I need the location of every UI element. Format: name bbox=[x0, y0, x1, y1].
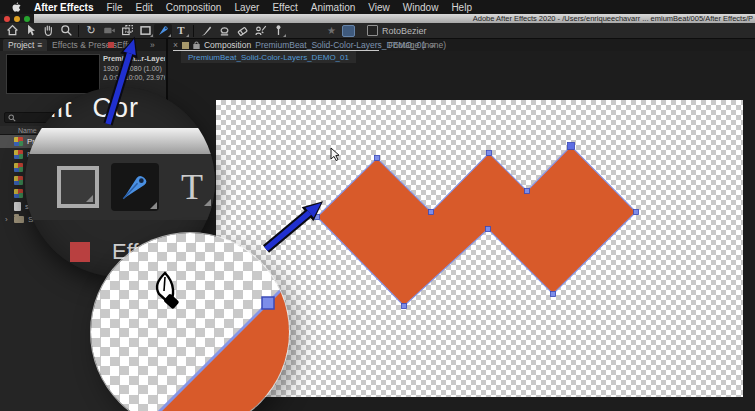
apple-logo-icon[interactable] bbox=[12, 2, 21, 13]
puppet-pin-tool-icon[interactable] bbox=[269, 24, 287, 38]
menu-item-edit[interactable]: Edit bbox=[136, 2, 153, 13]
type-tool-icon[interactable]: T bbox=[171, 166, 213, 208]
composition-icon bbox=[14, 189, 23, 198]
star-icon[interactable]: ★ bbox=[327, 25, 336, 36]
rotobezier-checkbox[interactable] bbox=[367, 25, 378, 36]
toolbar-divider bbox=[193, 25, 194, 37]
close-icon[interactable]: × bbox=[173, 40, 178, 50]
magnified-titlebar-band bbox=[25, 128, 215, 154]
composition-icon bbox=[14, 176, 23, 185]
menu-item-composition[interactable]: Composition bbox=[166, 2, 222, 13]
magnified-vertex-handle[interactable] bbox=[262, 297, 274, 309]
pen-tool-icon[interactable] bbox=[154, 24, 172, 38]
panel-tabs-row: Project ≡ Effects & Presets Effe » × Com… bbox=[0, 39, 755, 51]
pen-cursor bbox=[157, 273, 180, 309]
red-swatch-icon bbox=[108, 42, 114, 48]
menu-item-after-effects[interactable]: After Effects bbox=[34, 2, 93, 13]
eraser-tool-icon[interactable] bbox=[233, 24, 251, 38]
menu-item-help[interactable]: Help bbox=[451, 2, 472, 13]
menu-item-view[interactable]: View bbox=[368, 2, 390, 13]
folder-icon bbox=[14, 216, 24, 223]
lock-icon[interactable] bbox=[193, 41, 200, 49]
clone-stamp-tool-icon[interactable] bbox=[215, 24, 233, 38]
rectangle-tool-icon[interactable] bbox=[57, 166, 99, 208]
item-duration: Δ 0:00:10:00, 23.976 fps bbox=[103, 73, 165, 83]
rotobezier-label: RotoBezier bbox=[382, 26, 427, 36]
active-panel-underline bbox=[173, 50, 379, 51]
composition-frame[interactable] bbox=[216, 100, 743, 397]
expander-icon[interactable]: › bbox=[5, 215, 10, 224]
tab-footage[interactable]: Footage (none) bbox=[388, 39, 446, 51]
rectangle-tool-icon[interactable] bbox=[136, 24, 154, 38]
type-tool-icon[interactable]: T bbox=[172, 24, 190, 38]
menu-item-animation[interactable]: Animation bbox=[311, 2, 355, 13]
window-title: Adobe After Effects 2020 - /Users/enriqu… bbox=[353, 14, 753, 23]
viewer-tab[interactable]: PremiumBeat_Solid-Color-Layers_DEMO_01 bbox=[181, 51, 356, 63]
rotate-tool-icon[interactable]: ↻ bbox=[82, 24, 100, 38]
brush-tool-icon[interactable] bbox=[197, 24, 215, 38]
selection-tool-icon[interactable] bbox=[21, 24, 39, 38]
camera-tool-icon[interactable] bbox=[100, 24, 118, 38]
composition-icon bbox=[14, 150, 23, 159]
menu-item-window[interactable]: Window bbox=[403, 2, 439, 13]
window-minimize-button[interactable] bbox=[14, 16, 20, 22]
composition-icon bbox=[14, 137, 23, 146]
zoom-tool-icon[interactable] bbox=[57, 24, 75, 38]
home-icon[interactable] bbox=[3, 24, 21, 38]
project-thumbnail bbox=[6, 54, 100, 94]
title-bar: Adobe After Effects 2020 - /Users/enriqu… bbox=[0, 14, 755, 23]
hand-tool-icon[interactable] bbox=[39, 24, 57, 38]
panel-menu-icon[interactable]: ≡ bbox=[37, 40, 42, 50]
toolbar: ↻ T ★ RotoBezier bbox=[0, 23, 755, 39]
window-close-button[interactable] bbox=[4, 16, 10, 22]
comp-swatch-icon bbox=[182, 42, 189, 49]
menu-item-file[interactable]: File bbox=[106, 2, 122, 13]
window-zoom-button[interactable] bbox=[24, 16, 30, 22]
search-icon bbox=[8, 114, 16, 122]
magnified-toolbar: T bbox=[25, 154, 215, 220]
menu-item-layer[interactable]: Layer bbox=[234, 2, 259, 13]
project-item-info: Premium...r-Layers_DE.10_01 ▼ 1920 x 108… bbox=[103, 54, 165, 83]
pan-behind-tool-icon[interactable] bbox=[118, 24, 136, 38]
tab-overflow-chevron[interactable]: » bbox=[150, 39, 155, 51]
tab-project[interactable]: Project ≡ bbox=[3, 39, 47, 51]
menu-item-effect[interactable]: Effect bbox=[272, 2, 297, 13]
toolbar-divider bbox=[78, 25, 79, 37]
traffic-light-area bbox=[0, 14, 34, 23]
item-dimensions: 1920 x 1080 (1.00) bbox=[103, 64, 165, 74]
composition-icon bbox=[14, 163, 23, 172]
roto-brush-tool-icon[interactable] bbox=[251, 24, 269, 38]
after-effects-window: After Effects File Edit Composition Laye… bbox=[0, 0, 755, 411]
red-swatch-icon bbox=[70, 242, 90, 262]
tab-effect-controls[interactable]: Effe bbox=[108, 39, 132, 51]
menu-bar: After Effects File Edit Composition Laye… bbox=[0, 0, 755, 14]
snapshot-icon[interactable] bbox=[342, 25, 355, 37]
file-icon bbox=[14, 202, 21, 211]
pen-tool-icon[interactable] bbox=[111, 163, 159, 211]
